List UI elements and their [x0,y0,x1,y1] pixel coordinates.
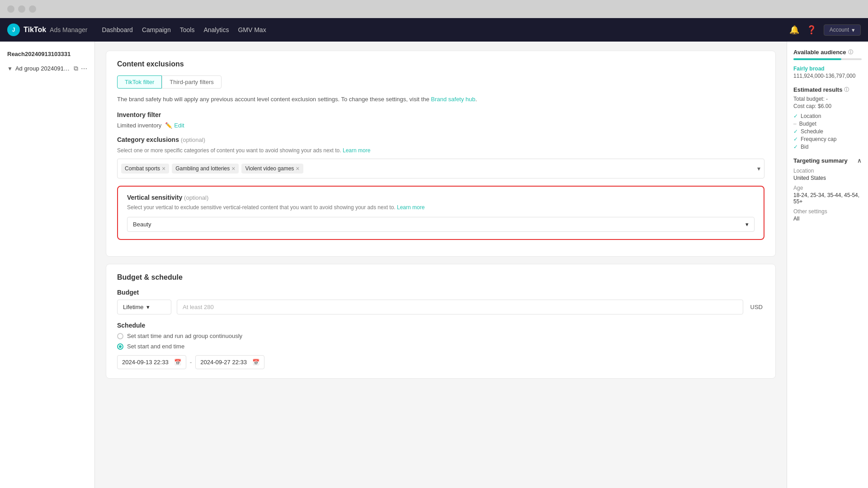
tag-gambling: Gambling and lotteries × [172,164,239,174]
estimated-results-section: Estimated results ⓘ Total budget: - Cost… [793,86,862,150]
inventory-filter-value: Limited inventory [117,122,161,129]
audience-sentiment: Fairly broad [793,66,862,72]
schedule-radio-continuous[interactable]: Set start time and run ad group continuo… [117,333,764,339]
nav-campaign[interactable]: Campaign [142,24,171,35]
content-exclusions-tabs: TikTok filter Third-party filters [117,75,764,89]
vertical-sensitivity-box: Vertical sensitivity (optional) Select y… [117,186,764,240]
dash-budget-icon: – [793,121,797,127]
right-panel: Available audience ⓘ Fairly broad 111,92… [787,42,868,488]
check-schedule-icon: ✓ [793,128,798,135]
total-budget-row: Total budget: - [793,96,862,102]
help-icon[interactable]: ❓ [807,25,816,35]
check-budget: – Budget [793,121,862,127]
account-chevron-icon: ▾ [852,27,855,33]
targeting-age: Age 18-24, 25-34, 35-44, 45-54, 55+ [793,185,862,205]
budget-schedule-card: Budget & schedule Budget Lifetime ▾ At l… [106,264,776,379]
check-bid: ✓ Bid [793,144,862,150]
sidebar-campaign-label: Reach20240913103331 [0,47,94,61]
logo-icon: J [7,23,20,36]
notification-icon[interactable]: 🔔 [789,25,799,35]
vertical-sensitivity-dropdown[interactable]: Beauty ▾ [127,217,755,232]
content-exclusions-card: Content exclusions TikTok filter Third-p… [106,51,776,257]
nav-dashboard[interactable]: Dashboard [102,24,133,35]
inventory-filter-edit[interactable]: ✏️ Edit [165,122,184,129]
more-icon[interactable]: ⋯ [81,65,87,72]
budget-type-chevron-icon: ▾ [146,304,150,310]
budget-currency: USD [749,304,764,310]
radio-endtime-icon [117,343,123,350]
chrome-minimize-btn[interactable] [18,5,25,13]
nav-gmvmax[interactable]: GMV Max [238,24,266,35]
brand-sub: Ads Manager [50,26,87,33]
estimated-results-title: Estimated results ⓘ [793,86,862,93]
topnav-right: 🔔 ❓ Account ▾ [789,24,861,36]
estimated-info-icon[interactable]: ⓘ [844,86,849,93]
category-exclusions-label: Category exclusions (optional) [117,136,764,143]
category-tags-container: Combat sports × Gambling and lotteries ×… [117,159,764,178]
targeting-other: Other settings All [793,208,862,222]
tag-violent-remove[interactable]: × [296,165,299,172]
tag-combat-sports-remove[interactable]: × [162,165,165,172]
start-date-input[interactable]: 2024-09-13 22:33 📅 [117,355,186,369]
check-bid-icon: ✓ [793,144,798,150]
schedule-radio-end-time[interactable]: Set start and end time [117,343,764,350]
account-dropdown[interactable]: Account ▾ [824,24,861,36]
date-row: 2024-09-13 22:33 📅 - 2024-09-27 22:33 📅 [117,355,764,369]
tab-third-party[interactable]: Third-party filters [162,75,222,89]
inventory-filter-label: Inventory filter [117,111,764,118]
available-audience-title: Available audience ⓘ [793,49,862,56]
content-exclusions-title: Content exclusions [117,60,764,68]
budget-amount-input[interactable]: At least 280 [177,300,743,314]
start-date-calendar-icon: 📅 [174,359,181,366]
edit-pencil-icon: ✏️ [165,122,172,129]
tags-dropdown-btn[interactable]: ▾ [757,165,760,172]
targeting-location: Location United States [793,168,862,181]
chrome-close-btn[interactable] [7,5,14,13]
category-exclusions-section: Category exclusions (optional) Select on… [117,136,764,179]
available-audience-section: Available audience ⓘ Fairly broad 111,92… [793,49,862,79]
nav-analytics[interactable]: Analytics [203,24,229,35]
radio-continuous-icon [117,333,123,339]
content-area: Content exclusions TikTok filter Third-p… [95,42,787,488]
sidebar-adgroup[interactable]: ▼ Ad group 202409131033... ⧉ ⋯ [0,61,94,76]
tag-combat-sports: Combat sports × [121,164,169,174]
check-frequency-icon: ✓ [793,136,798,142]
category-exclusions-desc: Select one or more specific categories o… [117,147,764,155]
sidebar: Reach20240913103331 ▼ Ad group 202409131… [0,42,95,488]
schedule-label: Schedule [117,322,764,329]
end-date-input[interactable]: 2024-09-27 22:33 📅 [195,355,264,369]
check-schedule: ✓ Schedule [793,128,862,135]
date-separator: - [190,359,192,366]
audience-info-icon[interactable]: ⓘ [848,49,853,56]
tag-gambling-remove[interactable]: × [231,165,235,172]
check-frequency: ✓ Frequency cap [793,136,862,142]
estimated-checks: ✓ Location – Budget ✓ Schedule ✓ Frequen… [793,113,862,150]
inventory-filter-row: Limited inventory ✏️ Edit [117,122,764,129]
brand-name: TikTok [24,26,46,34]
schedule-radio-group: Set start time and run ad group continuo… [117,333,764,350]
end-date-calendar-icon: 📅 [252,359,259,366]
window-chrome [0,0,868,18]
budget-label: Budget [117,289,764,296]
tab-tiktok-filter[interactable]: TikTok filter [117,75,162,89]
budget-type-select[interactable]: Lifetime ▾ [117,300,171,314]
chrome-maximize-btn[interactable] [29,5,36,13]
audience-bar [793,58,862,60]
brand-safety-text: The brand safety hub will apply any prev… [117,95,764,104]
targeting-collapse-icon[interactable]: ∧ [857,157,862,164]
vertical-learn-more[interactable]: Learn more [397,204,425,211]
brand-safety-link[interactable]: Brand safety hub [431,96,475,103]
category-learn-more[interactable]: Learn more [343,147,370,154]
category-optional-label: (optional) [181,136,205,143]
targeting-summary-section: Targeting summary ∧ Location United Stat… [793,157,862,222]
expand-icon: ▼ [7,66,13,72]
targeting-summary-title: Targeting summary ∧ [793,157,862,164]
vertical-sensitivity-title: Vertical sensitivity (optional) [127,194,755,201]
vertical-optional-label: (optional) [184,194,208,201]
copy-icon[interactable]: ⧉ [74,65,78,72]
cost-cap-row: Cost cap: $6.00 [793,103,862,109]
nav-tools[interactable]: Tools [180,24,195,35]
budget-schedule-title: Budget & schedule [117,273,764,282]
tag-violent-video: Violent video games × [241,164,303,174]
sidebar-adgroup-label: Ad group 202409131033... [15,65,71,72]
